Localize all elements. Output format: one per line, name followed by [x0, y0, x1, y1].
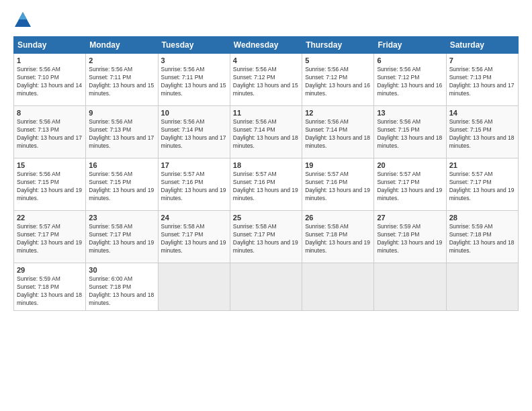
calendar-day-9: 9Sunrise: 5:56 AMSunset: 7:13 PMDaylight… — [86, 106, 158, 158]
calendar-day-5: 5Sunrise: 5:56 AMSunset: 7:12 PMDaylight… — [302, 54, 374, 106]
calendar-day-11: 11Sunrise: 5:56 AMSunset: 7:14 PMDayligh… — [230, 106, 302, 158]
day-info: Sunrise: 5:56 AMSunset: 7:13 PMDaylight:… — [17, 118, 83, 150]
calendar-week-3: 15Sunrise: 5:56 AMSunset: 7:15 PMDayligh… — [14, 158, 519, 211]
calendar-day-17: 17Sunrise: 5:57 AMSunset: 7:16 PMDayligh… — [158, 158, 230, 211]
day-info: Sunrise: 5:57 AMSunset: 7:17 PMDaylight:… — [17, 223, 83, 255]
day-info: Sunrise: 5:57 AMSunset: 7:16 PMDaylight:… — [161, 171, 227, 203]
day-info: Sunrise: 5:56 AMSunset: 7:14 PMDaylight:… — [233, 118, 299, 150]
day-number: 16 — [89, 161, 154, 169]
day-info: Sunrise: 5:56 AMSunset: 7:14 PMDaylight:… — [161, 118, 227, 150]
empty-cell — [230, 263, 302, 311]
day-number: 28 — [449, 214, 515, 222]
day-number: 12 — [305, 109, 371, 117]
day-info: Sunrise: 5:56 AMSunset: 7:15 PMDaylight:… — [17, 171, 83, 203]
day-number: 5 — [305, 56, 371, 64]
day-number: 7 — [449, 56, 515, 64]
day-number: 26 — [305, 214, 371, 222]
calendar-day-8: 8Sunrise: 5:56 AMSunset: 7:13 PMDaylight… — [14, 106, 86, 158]
day-number: 3 — [161, 56, 227, 64]
calendar-header-friday: Friday — [374, 37, 446, 54]
calendar-day-30: 30Sunrise: 6:00 AMSunset: 7:18 PMDayligh… — [86, 263, 158, 311]
calendar-day-14: 14Sunrise: 5:56 AMSunset: 7:15 PMDayligh… — [446, 106, 518, 158]
day-info: Sunrise: 5:56 AMSunset: 7:15 PMDaylight:… — [89, 171, 154, 203]
day-number: 18 — [233, 161, 299, 169]
day-info: Sunrise: 5:59 AMSunset: 7:18 PMDaylight:… — [377, 223, 443, 255]
day-info: Sunrise: 5:56 AMSunset: 7:10 PMDaylight:… — [17, 66, 83, 98]
calendar-day-6: 6Sunrise: 5:56 AMSunset: 7:12 PMDaylight… — [374, 54, 446, 106]
day-number: 1 — [17, 56, 83, 64]
calendar-day-2: 2Sunrise: 5:56 AMSunset: 7:11 PMDaylight… — [86, 54, 158, 106]
day-number: 30 — [89, 266, 154, 274]
calendar-day-23: 23Sunrise: 5:58 AMSunset: 7:17 PMDayligh… — [86, 211, 158, 263]
calendar-header-wednesday: Wednesday — [230, 37, 302, 54]
day-info: Sunrise: 5:58 AMSunset: 7:17 PMDaylight:… — [233, 223, 299, 255]
calendar-header-tuesday: Tuesday — [158, 37, 230, 54]
empty-cell — [446, 263, 518, 311]
day-number: 17 — [161, 161, 227, 169]
calendar-day-20: 20Sunrise: 5:57 AMSunset: 7:17 PMDayligh… — [374, 158, 446, 211]
day-info: Sunrise: 5:58 AMSunset: 7:18 PMDaylight:… — [305, 223, 371, 255]
day-info: Sunrise: 5:56 AMSunset: 7:11 PMDaylight:… — [89, 66, 154, 98]
day-number: 9 — [89, 109, 154, 117]
calendar-header-row: SundayMondayTuesdayWednesdayThursdayFrid… — [14, 37, 519, 54]
day-info: Sunrise: 5:56 AMSunset: 7:13 PMDaylight:… — [89, 118, 154, 150]
day-number: 20 — [377, 161, 443, 169]
day-info: Sunrise: 5:57 AMSunset: 7:16 PMDaylight:… — [233, 171, 299, 203]
page: SundayMondayTuesdayWednesdayThursdayFrid… — [0, 0, 532, 411]
day-number: 14 — [449, 109, 515, 117]
calendar-day-1: 1Sunrise: 5:56 AMSunset: 7:10 PMDaylight… — [14, 54, 86, 106]
day-info: Sunrise: 5:57 AMSunset: 7:17 PMDaylight:… — [377, 171, 443, 203]
day-info: Sunrise: 5:56 AMSunset: 7:15 PMDaylight:… — [449, 118, 515, 150]
day-info: Sunrise: 5:56 AMSunset: 7:14 PMDaylight:… — [305, 118, 371, 150]
day-info: Sunrise: 5:56 AMSunset: 7:12 PMDaylight:… — [233, 66, 299, 98]
day-number: 29 — [17, 266, 83, 274]
calendar-header-sunday: Sunday — [14, 37, 86, 54]
day-info: Sunrise: 5:58 AMSunset: 7:17 PMDaylight:… — [89, 223, 154, 255]
day-number: 13 — [377, 109, 443, 117]
calendar-header-thursday: Thursday — [302, 37, 374, 54]
calendar-week-4: 22Sunrise: 5:57 AMSunset: 7:17 PMDayligh… — [14, 211, 519, 263]
day-number: 2 — [89, 56, 154, 64]
calendar-day-25: 25Sunrise: 5:58 AMSunset: 7:17 PMDayligh… — [230, 211, 302, 263]
logo — [13, 11, 35, 30]
day-number: 23 — [89, 214, 154, 222]
calendar-week-5: 29Sunrise: 5:59 AMSunset: 7:18 PMDayligh… — [14, 263, 519, 311]
day-number: 25 — [233, 214, 299, 222]
day-number: 27 — [377, 214, 443, 222]
calendar-day-21: 21Sunrise: 5:57 AMSunset: 7:17 PMDayligh… — [446, 158, 518, 211]
calendar-header-saturday: Saturday — [446, 37, 518, 54]
day-number: 8 — [17, 109, 83, 117]
calendar-day-16: 16Sunrise: 5:56 AMSunset: 7:15 PMDayligh… — [86, 158, 158, 211]
day-number: 15 — [17, 161, 83, 169]
day-info: Sunrise: 6:00 AMSunset: 7:18 PMDaylight:… — [89, 275, 154, 308]
calendar-day-18: 18Sunrise: 5:57 AMSunset: 7:16 PMDayligh… — [230, 158, 302, 211]
calendar-header-monday: Monday — [86, 37, 158, 54]
day-info: Sunrise: 5:57 AMSunset: 7:16 PMDaylight:… — [305, 171, 371, 203]
calendar-week-2: 8Sunrise: 5:56 AMSunset: 7:13 PMDaylight… — [14, 106, 519, 158]
day-number: 24 — [161, 214, 227, 222]
day-number: 11 — [233, 109, 299, 117]
calendar-day-12: 12Sunrise: 5:56 AMSunset: 7:14 PMDayligh… — [302, 106, 374, 158]
calendar-day-15: 15Sunrise: 5:56 AMSunset: 7:15 PMDayligh… — [14, 158, 86, 211]
day-info: Sunrise: 5:56 AMSunset: 7:11 PMDaylight:… — [161, 66, 227, 98]
day-info: Sunrise: 5:59 AMSunset: 7:18 PMDaylight:… — [17, 275, 83, 308]
day-info: Sunrise: 5:56 AMSunset: 7:12 PMDaylight:… — [305, 66, 371, 98]
empty-cell — [158, 263, 230, 311]
logo-icon — [13, 11, 32, 30]
empty-cell — [302, 263, 374, 311]
calendar-day-26: 26Sunrise: 5:58 AMSunset: 7:18 PMDayligh… — [302, 211, 374, 263]
day-info: Sunrise: 5:56 AMSunset: 7:15 PMDaylight:… — [377, 118, 443, 150]
day-number: 10 — [161, 109, 227, 117]
svg-marker-1 — [19, 12, 27, 19]
empty-cell — [374, 263, 446, 311]
calendar-day-13: 13Sunrise: 5:56 AMSunset: 7:15 PMDayligh… — [374, 106, 446, 158]
calendar-day-19: 19Sunrise: 5:57 AMSunset: 7:16 PMDayligh… — [302, 158, 374, 211]
day-number: 4 — [233, 56, 299, 64]
calendar-day-24: 24Sunrise: 5:58 AMSunset: 7:17 PMDayligh… — [158, 211, 230, 263]
calendar-day-4: 4Sunrise: 5:56 AMSunset: 7:12 PMDaylight… — [230, 54, 302, 106]
day-info: Sunrise: 5:57 AMSunset: 7:17 PMDaylight:… — [449, 171, 515, 203]
calendar-day-28: 28Sunrise: 5:59 AMSunset: 7:18 PMDayligh… — [446, 211, 518, 263]
day-info: Sunrise: 5:58 AMSunset: 7:17 PMDaylight:… — [161, 223, 227, 255]
header — [13, 11, 519, 30]
day-info: Sunrise: 5:56 AMSunset: 7:13 PMDaylight:… — [449, 66, 515, 98]
